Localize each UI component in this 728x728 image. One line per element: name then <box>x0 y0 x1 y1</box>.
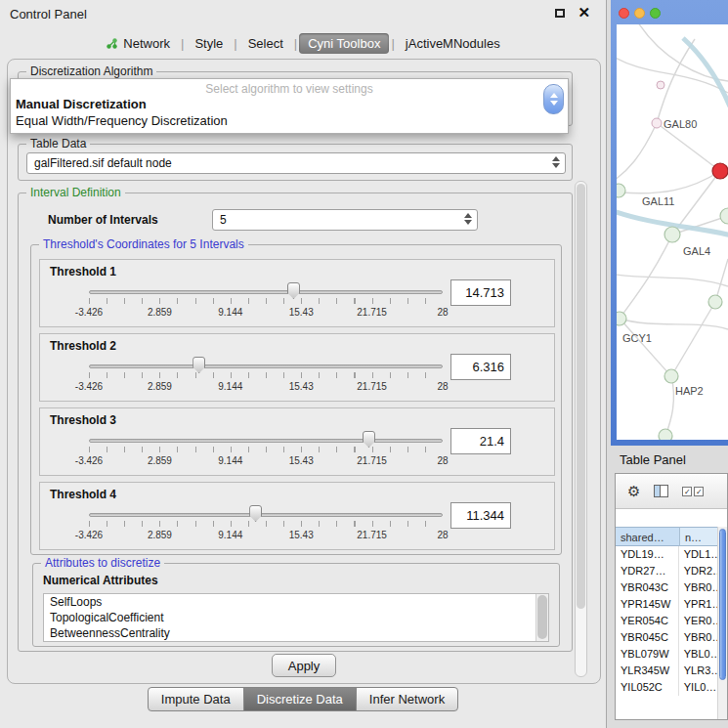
threshold-value-field[interactable]: 6.316 <box>450 354 511 380</box>
number-of-intervals-combo[interactable]: 5 <box>212 209 478 231</box>
column-header-name[interactable]: n… <box>680 527 719 546</box>
combo-stepper-button[interactable] <box>543 84 564 114</box>
network-canvas[interactable]: GAL80 GAL11 GAL4 GCY1 HAP2 <box>617 24 728 440</box>
slider-ticks <box>89 298 443 304</box>
combo-value: galFiltered.sif default node <box>34 156 172 170</box>
network-view-window: GAL80 GAL11 GAL4 GCY1 HAP2 <box>611 0 728 446</box>
slider-track[interactable] <box>89 513 443 517</box>
threshold-panel: Threshold 4 -3.426 2.859 9.144 15.43 21.… <box>39 482 555 550</box>
tab-network[interactable]: Network <box>97 33 179 54</box>
list-scrollbar[interactable] <box>535 594 548 641</box>
tab-discretize-data[interactable]: Discretize Data <box>243 687 357 711</box>
top-tab-bar: Network | Style | Select | Cyni Toolbox … <box>0 30 606 56</box>
column-header-shared-name[interactable]: shared… <box>616 527 680 546</box>
table-row[interactable]: YDR27…YDR2… <box>616 563 717 579</box>
slider-track[interactable] <box>89 439 443 443</box>
attributes-list: SelfLoops TopologicalCoefficient Between… <box>43 593 549 642</box>
scrollbar-thumb[interactable] <box>577 184 585 609</box>
list-item[interactable]: SelfLoops <box>44 594 548 610</box>
list-item[interactable]: TopologicalCoefficient <box>44 610 548 625</box>
table-row[interactable]: YER054CYER0… <box>616 613 717 629</box>
network-node[interactable] <box>708 295 722 309</box>
threshold-label: Threshold 3 <box>50 413 116 427</box>
network-icon <box>106 37 118 50</box>
scrollbar-thumb[interactable] <box>719 529 726 680</box>
network-node-selected[interactable] <box>712 163 728 179</box>
select-columns-icon[interactable]: ✓ ✓ <box>682 487 704 496</box>
threshold-label: Threshold 4 <box>50 488 116 501</box>
table-row[interactable]: YIL052CYIL0… <box>616 679 717 696</box>
checkbox-icon: ✓ <box>694 487 704 496</box>
slider-thumb[interactable] <box>193 357 205 373</box>
tab-impute-data[interactable]: Impute Data <box>148 687 244 711</box>
tab-infer-network[interactable]: Infer Network <box>356 687 458 711</box>
threshold-slider[interactable]: -3.426 2.859 9.144 15.43 21.715 28 <box>89 356 443 399</box>
node-label: HAP2 <box>675 385 704 397</box>
table-row[interactable]: YDL19…YDL1… <box>616 546 717 563</box>
table-data-combo[interactable]: galFiltered.sif default node <box>26 152 566 174</box>
table-scrollbar[interactable] <box>717 527 727 719</box>
close-traffic-light[interactable] <box>619 8 629 19</box>
close-icon[interactable]: ✕ <box>578 4 590 21</box>
threshold-label: Threshold 1 <box>50 265 116 278</box>
network-node[interactable] <box>720 208 728 224</box>
apply-button[interactable]: Apply <box>272 654 336 677</box>
threshold-slider[interactable]: -3.426 2.859 9.144 15.43 21.715 28 <box>89 281 443 324</box>
table-row[interactable]: YBL079WYBL0… <box>616 646 717 663</box>
tab-cyni-toolbox[interactable]: Cyni Toolbox <box>299 33 389 54</box>
zoom-traffic-light[interactable] <box>650 8 661 19</box>
threshold-panel: Threshold 1 -3.426 2.859 9.144 15.43 21.… <box>39 259 555 327</box>
tab-separator: | <box>389 36 396 51</box>
cyni-toolbox-panel: Discretization Algorithm Table Data galF… <box>7 59 601 684</box>
tab-separator: | <box>232 36 238 51</box>
table-row[interactable]: YLR345WYLR3… <box>616 663 717 679</box>
network-node[interactable] <box>657 81 664 89</box>
table-data-group: Table Data galFiltered.sif default node <box>18 144 573 181</box>
slider-thumb[interactable] <box>249 505 262 522</box>
panel-scrollbar[interactable] <box>575 181 587 677</box>
combo-arrows-icon <box>552 156 560 168</box>
bottom-tab-bar: Impute Data Discretize Data Infer Networ… <box>0 687 606 711</box>
minimize-traffic-light[interactable] <box>634 8 645 19</box>
algorithm-dropdown-popup: Select algorithm to view settings Manual… <box>10 78 569 134</box>
table-row[interactable]: YBR043CYBR0… <box>616 579 717 596</box>
network-node[interactable] <box>664 227 680 242</box>
threshold-value-field[interactable]: 14.713 <box>450 279 511 306</box>
slider-track[interactable] <box>89 290 443 294</box>
network-node[interactable] <box>652 118 662 128</box>
network-node[interactable] <box>659 429 672 440</box>
attributes-group: Attributes to discretize Numerical Attri… <box>32 563 560 647</box>
node-label: GAL4 <box>683 245 710 257</box>
list-item[interactable]: BetweennessCentrality <box>44 625 548 641</box>
float-window-icon[interactable] <box>555 9 565 18</box>
popup-option-manual-discretization[interactable]: Manual Discretization <box>11 96 568 112</box>
threshold-value-field[interactable]: 11.344 <box>450 502 511 529</box>
control-panel-window: Control Panel ✕ Network | Style | Select… <box>0 0 607 728</box>
group-legend: Attributes to discretize <box>41 556 164 570</box>
threshold-slider[interactable]: -3.426 2.859 9.144 15.43 21.715 28 <box>89 504 443 547</box>
table-row[interactable]: YBR045CYBR0… <box>616 629 717 646</box>
network-node[interactable] <box>617 312 626 325</box>
slider-thumb[interactable] <box>363 431 375 448</box>
column-chooser-icon[interactable] <box>654 485 668 497</box>
network-node[interactable] <box>664 369 678 383</box>
slider-thumb[interactable] <box>287 282 300 299</box>
panel-title: Control Panel <box>10 7 87 21</box>
threshold-panel: Threshold 2 -3.426 2.859 9.144 15.43 21.… <box>39 333 555 402</box>
scrollbar-thumb[interactable] <box>537 595 547 639</box>
slider-scale: -3.426 2.859 9.144 15.43 21.715 28 <box>89 455 443 467</box>
threshold-value-field[interactable]: 21.4 <box>450 428 511 454</box>
slider-ticks <box>89 521 443 527</box>
network-node[interactable] <box>617 184 625 197</box>
threshold-slider[interactable]: -3.426 2.859 9.144 15.43 21.715 28 <box>89 430 443 473</box>
tab-style[interactable]: Style <box>186 33 232 54</box>
tab-select[interactable]: Select <box>239 33 292 54</box>
tab-jactivemnodules[interactable]: jActiveMNodules <box>397 33 509 54</box>
node-label: GCY1 <box>622 332 652 344</box>
gear-icon[interactable]: ⚙ <box>627 484 640 498</box>
slider-track[interactable] <box>89 364 443 368</box>
table-row[interactable]: YPR145WYPR1… <box>616 596 717 613</box>
slider-scale: -3.426 2.859 9.144 15.43 21.715 28 <box>89 530 443 541</box>
popup-option-equal-width[interactable]: Equal Width/Frequency Discretization <box>11 112 568 129</box>
group-legend: Interval Definition <box>26 186 125 199</box>
